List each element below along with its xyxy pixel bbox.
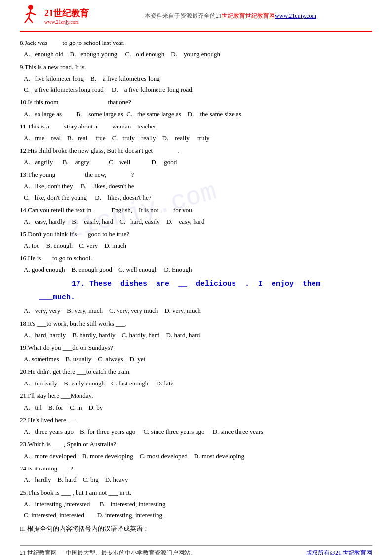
- header-tagline: 本资料来自于资源最齐全的21世纪教育世纪教育网www.21cnjy.com: [89, 12, 372, 20]
- q8-text: 8.Jack wasto go to school last year.: [20, 38, 372, 48]
- q20-text: 20.He didn't get there ___to catch the t…: [20, 366, 372, 377]
- question-8: 8.Jack wasto go to school last year. A. …: [20, 38, 372, 60]
- q22-options: A. three years ago B. for three years ag…: [24, 427, 372, 437]
- page: 21世纪教育 www.21cnjy.com 本资料来自于资源最齐全的21世纪教育…: [0, 0, 392, 555]
- q21-options: A. till B. for C. in D. by: [24, 402, 372, 413]
- question-25: 25.This book is ___ , but I am not ___ i…: [20, 487, 372, 520]
- question-16: 16.He is ___to go to school. A. good eno…: [20, 253, 372, 275]
- svg-line-5: [31, 13, 36, 15]
- q13-optAB: A. like, don't they B. likes, doesn't he: [24, 181, 372, 191]
- svg-point-0: [28, 5, 33, 10]
- question-9: 9.This is a new road. It is A. five kilo…: [20, 62, 372, 95]
- question-20: 20.He didn't get there ___to catch the t…: [20, 366, 372, 388]
- q19-options: A. sometimes B. usually C. always D. yet: [24, 354, 372, 364]
- q14-options: A. easy, hardly B. easily, hard C. hard,…: [24, 216, 372, 227]
- footer-right[interactable]: 版权所有@21 世纪教育网: [306, 549, 372, 555]
- q14-text: 14.Can you retell the text inEnglish, It…: [20, 205, 372, 215]
- q9-text: 9.This is a new road. It is: [20, 62, 372, 72]
- q10-options: A. so large as B. some large as C. the s…: [24, 109, 372, 119]
- header: 21世纪教育 www.21cnjy.com 本资料来自于资源最齐全的21世纪教育…: [20, 0, 372, 32]
- question-11: 11.This is astory about awoman teacher. …: [20, 121, 372, 143]
- q18-options: A. hard, hardly B. hardly, hardly C. har…: [24, 330, 372, 340]
- q15-options: A. too B. enough C. very D. much: [24, 240, 372, 251]
- q19-text: 19.What do you ___do on Sundays?: [20, 342, 372, 353]
- q11-options: A. true real B. real true C. truly reall…: [24, 133, 372, 143]
- q17-text-line2: ___much.: [39, 292, 372, 304]
- q13-text: 13.The youngthe new,?: [20, 170, 372, 180]
- q12-options: A. angrily B. angry C. well D. good: [24, 157, 372, 167]
- q25-text: 25.This book is ___ , but I am not ___ i…: [20, 487, 372, 498]
- svg-line-2: [25, 18, 29, 23]
- q22-text: 22.He's lived here ___.: [20, 415, 372, 425]
- logo-url: www.21cnjy.com: [44, 19, 89, 25]
- q12-text: 12.His child broke the new glass, But he…: [20, 145, 372, 156]
- question-21: 21.I'll stay here ___Monday. A. till B. …: [20, 390, 372, 413]
- question-12: 12.His child broke the new glass, But he…: [20, 145, 372, 168]
- q23-text: 23.Which is ___ , Spain or Australia?: [20, 439, 372, 449]
- q17-text-line1: 17. These dishes are __ delicious . I en…: [20, 278, 372, 291]
- logo-area: 21世纪教育 www.21cnjy.com: [20, 4, 89, 28]
- q17-options: A. very, very B. very, much C. very, ver…: [24, 305, 372, 316]
- q25-optCD: C. interested, interested D. interesting…: [24, 510, 372, 520]
- q24-options: A. hardly B. hard C. big D. heavy: [24, 474, 372, 485]
- q11-text: 11.This is astory about awoman teacher.: [20, 121, 372, 131]
- footer-left: 21 世纪教育网 － 中国最大型、最专业的中小学教育资源门户网站。: [20, 549, 196, 555]
- q16-text: 16.He is ___to go to school.: [20, 253, 372, 263]
- footer: 21 世纪教育网 － 中国最大型、最专业的中小学教育资源门户网站。 版权所有@2…: [20, 545, 372, 555]
- q10-text: 10.Is this roomthat one?: [20, 97, 372, 107]
- question-24: 24.Is it raining ___ ? A. hardly B. hard…: [20, 463, 372, 485]
- q8-options: A. enough old B. enough young C. old eno…: [24, 49, 372, 59]
- q25-optAB: A. interesting ,interested B. interested…: [24, 499, 372, 509]
- question-15: 15.Don't you think it's ___good to be tr…: [20, 229, 372, 251]
- q18-text: 18.It's ___to work, but he still works _…: [20, 318, 372, 329]
- question-17: 17. These dishes are __ delicious . I en…: [20, 278, 372, 316]
- q9-optC: C. a five kilometers long road D. a five…: [24, 85, 372, 95]
- question-22: 22.He's lived here ___. A. three years a…: [20, 415, 372, 437]
- q24-text: 24.Is it raining ___ ?: [20, 463, 372, 473]
- q16-options: A. good enough B. enough good C. well en…: [24, 264, 372, 275]
- q15-text: 15.Don't you think it's ___good to be tr…: [20, 229, 372, 239]
- logo-icon: [20, 4, 41, 28]
- question-14: 14.Can you retell the text inEnglish, It…: [20, 205, 372, 227]
- svg-line-3: [29, 18, 33, 23]
- question-23: 23.Which is ___ , Spain or Australia? A.…: [20, 439, 372, 461]
- logo-main-text: 21世纪教育: [44, 7, 89, 19]
- q23-options: A. more developed B. more developing C. …: [24, 451, 372, 461]
- section-2-title: II. 根据全句的内容将括号内的汉语译成英语：: [20, 524, 372, 533]
- q21-text: 21.I'll stay here ___Monday.: [20, 390, 372, 401]
- question-10: 10.Is this roomthat one? A. so large as …: [20, 97, 372, 119]
- question-19: 19.What do you ___do on Sundays? A. some…: [20, 342, 372, 365]
- question-13: 13.The youngthe new,? A. like, don't the…: [20, 170, 372, 203]
- content: 8.Jack wasto go to school last year. A. …: [20, 36, 372, 537]
- question-18: 18.It's ___to work, but he still works _…: [20, 318, 372, 341]
- q9-optA: A. five kilometer long B. a five-kilomet…: [24, 73, 372, 84]
- q20-options: A. too early B. early enough C. fast eno…: [24, 378, 372, 388]
- q13-optCD: C. like, don't the young D. likes, doesn…: [24, 192, 372, 203]
